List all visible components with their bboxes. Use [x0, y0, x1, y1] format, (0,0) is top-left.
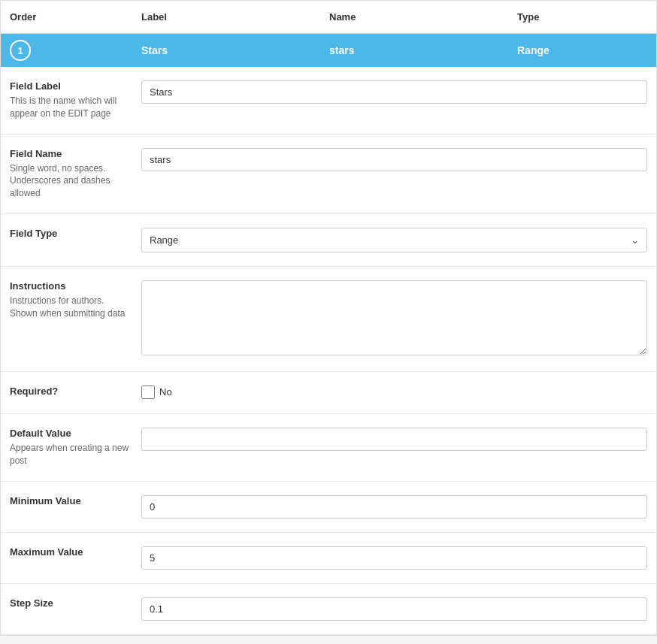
required-input-wrapper: No	[141, 385, 647, 399]
field-type-title: Field Type	[10, 228, 134, 239]
table-header: Order Label Name Type	[1, 1, 656, 34]
step-size-input[interactable]	[141, 597, 647, 621]
default-value-title: Default Value	[10, 428, 134, 439]
maximum-value-input[interactable]	[141, 546, 647, 570]
required-meta: Required?	[10, 385, 141, 400]
field-name-input-wrapper	[141, 148, 647, 171]
required-title: Required?	[10, 385, 134, 397]
field-name-input[interactable]	[141, 148, 647, 171]
step-size-input-wrapper	[141, 597, 647, 621]
field-label-input-wrapper	[141, 80, 647, 104]
step-size-meta: Step Size	[10, 597, 141, 612]
required-checkbox[interactable]	[141, 385, 155, 399]
field-type-select-wrapper: Range Text Textarea Select Checkbox Radi…	[141, 228, 647, 252]
default-value-input-wrapper	[141, 428, 647, 451]
instructions-textarea[interactable]	[141, 280, 647, 355]
instructions-meta: Instructions Instructions for authors. S…	[10, 280, 141, 320]
required-checkbox-row: No	[141, 385, 647, 399]
maximum-value-title: Maximum Value	[10, 546, 134, 558]
table-row[interactable]: 1 Stars stars Range	[1, 34, 656, 67]
main-container: Order Label Name Type 1 Stars stars Rang…	[0, 0, 657, 636]
field-label-input[interactable]	[141, 80, 647, 104]
minimum-value-title: Minimum Value	[10, 495, 134, 506]
field-label-section: Field Label This is the name which will …	[1, 67, 656, 135]
required-section: Required? No	[1, 372, 656, 414]
default-value-input[interactable]	[141, 428, 647, 451]
field-type-section: Field Type Range Text Textarea Select Ch…	[1, 214, 656, 267]
col-name: Name	[320, 7, 508, 27]
required-checkbox-label: No	[159, 386, 172, 398]
minimum-value-section: Minimum Value	[1, 482, 656, 533]
field-name-section: Field Name Single word, no spaces. Under…	[1, 135, 656, 214]
field-name-desc: Single word, no spaces. Underscores and …	[10, 162, 134, 200]
row-name: stars	[320, 37, 508, 64]
order-badge: 1	[10, 40, 31, 61]
instructions-desc: Instructions for authors. Shown when sub…	[10, 295, 134, 320]
field-name-meta: Field Name Single word, no spaces. Under…	[10, 148, 141, 200]
field-label-meta: Field Label This is the name which will …	[10, 80, 141, 120]
field-label-desc: This is the name which will appear on th…	[10, 95, 134, 120]
maximum-value-section: Maximum Value	[1, 533, 656, 584]
instructions-input-wrapper	[141, 280, 647, 358]
instructions-section: Instructions Instructions for authors. S…	[1, 267, 656, 372]
minimum-value-input[interactable]	[141, 495, 647, 519]
field-type-select[interactable]: Range Text Textarea Select Checkbox Radi…	[141, 228, 647, 252]
minimum-value-input-wrapper	[141, 495, 647, 519]
row-type: Range	[508, 37, 657, 64]
required-checkbox-wrapper: No	[141, 385, 172, 399]
field-label-title: Field Label	[10, 80, 134, 92]
row-label: Stars	[132, 37, 320, 64]
order-cell: 1	[1, 34, 132, 67]
default-value-desc: Appears when creating a new post	[10, 442, 134, 467]
field-type-meta: Field Type	[10, 228, 141, 242]
col-order: Order	[1, 7, 132, 27]
step-size-title: Step Size	[10, 597, 134, 609]
maximum-value-meta: Maximum Value	[10, 546, 141, 561]
maximum-value-input-wrapper	[141, 546, 647, 570]
col-label: Label	[132, 7, 320, 27]
default-value-meta: Default Value Appears when creating a ne…	[10, 428, 141, 467]
instructions-title: Instructions	[10, 280, 134, 292]
col-type: Type	[508, 7, 657, 27]
default-value-section: Default Value Appears when creating a ne…	[1, 414, 656, 482]
field-name-title: Field Name	[10, 148, 134, 159]
step-size-section: Step Size	[1, 584, 656, 635]
minimum-value-meta: Minimum Value	[10, 495, 141, 509]
